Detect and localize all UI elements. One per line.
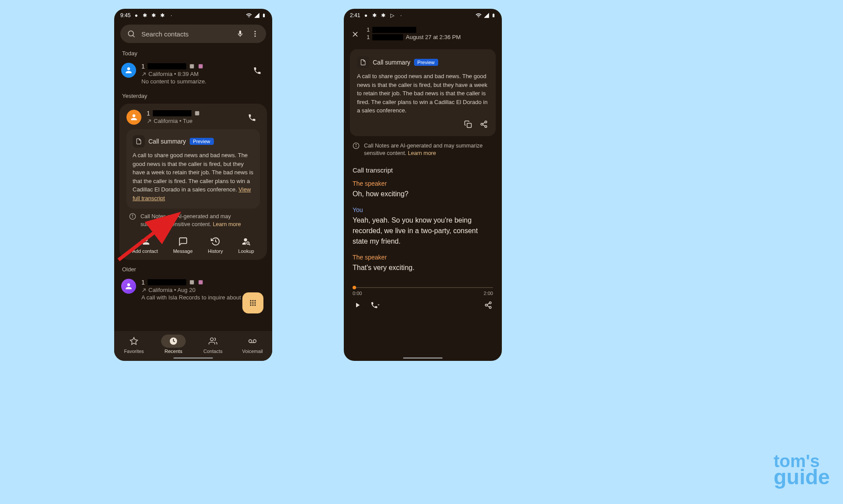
more-notifications-dot: ·	[168, 12, 174, 18]
speaker-label: The speaker	[353, 254, 493, 261]
home-indicator[interactable]	[403, 357, 443, 359]
progress-thumb[interactable]	[353, 286, 356, 289]
redacted-number	[148, 63, 186, 69]
info-icon	[129, 213, 136, 228]
call-meta: California • Aug 20	[148, 287, 195, 293]
number-prefix: 1	[147, 110, 150, 117]
ai-disclaimer: Call Notes are AI-generated and may summ…	[122, 209, 264, 233]
search-icon	[126, 29, 136, 39]
svg-rect-12	[198, 280, 202, 284]
search-placeholder: Search contacts	[141, 30, 230, 38]
svg-point-19	[250, 304, 251, 306]
learn-more-link[interactable]: Learn more	[408, 150, 436, 156]
svg-point-34	[481, 123, 483, 125]
app-icon-1: ✱	[371, 12, 378, 18]
number-prefix: 1	[141, 279, 145, 286]
signal-icon	[483, 12, 490, 18]
mic-icon[interactable]	[235, 29, 245, 39]
close-button[interactable]	[350, 29, 360, 40]
overflow-menu-icon[interactable]	[250, 29, 260, 39]
svg-line-37	[483, 122, 485, 123]
home-indicator[interactable]	[173, 357, 213, 359]
outgoing-call-icon	[141, 288, 147, 293]
call-row-yesterday[interactable]: 1 California • Tue	[122, 108, 264, 126]
share-button[interactable]	[479, 119, 489, 129]
progress-slider[interactable]	[353, 287, 493, 288]
call-button[interactable]	[249, 63, 265, 79]
play-button[interactable]	[353, 300, 362, 310]
nav-favorites[interactable]: Favorites	[122, 335, 146, 354]
svg-line-36	[483, 125, 485, 126]
watermark: tom's guide	[774, 454, 830, 486]
redacted-number	[153, 110, 191, 116]
svg-point-2	[255, 33, 256, 35]
svg-point-35	[485, 126, 487, 128]
svg-point-18	[254, 302, 256, 303]
svg-point-24	[210, 338, 213, 341]
svg-point-33	[485, 121, 487, 123]
history-button[interactable]: History	[208, 236, 223, 254]
speech-text: Oh, how exciting?	[353, 189, 493, 199]
svg-rect-32	[467, 123, 472, 127]
svg-point-43	[489, 306, 491, 309]
section-yesterday: Yesterday	[114, 88, 272, 102]
summary-text: A call to share good news and bad news. …	[133, 151, 254, 202]
call-summary-card: Call summary Preview A call to share goo…	[350, 49, 496, 136]
svg-point-20	[252, 304, 253, 306]
call-summary-short: No content to summarize.	[141, 78, 244, 85]
speech-text: Yeah, yeah. So you know you're being rec…	[353, 215, 493, 247]
svg-point-9	[132, 215, 133, 216]
preview-badge: Preview	[190, 138, 214, 145]
svg-rect-4	[190, 64, 194, 68]
lookup-button[interactable]: Lookup	[238, 236, 254, 254]
time-total: 2:00	[484, 291, 493, 296]
time-current: 0:00	[353, 291, 362, 296]
call-meta: California • 8:39 AM	[148, 71, 198, 77]
svg-point-17	[252, 302, 253, 303]
transcript-section: Call transcript The speakerOh, how excit…	[344, 163, 502, 284]
audio-player: 0:00 2:00	[344, 284, 502, 313]
call-row-today[interactable]: 1 California • 8:39 AM No content to sum…	[114, 59, 272, 88]
status-time: 9:45	[120, 12, 130, 18]
nav-voicemail[interactable]: Voicemail	[240, 335, 265, 354]
svg-marker-22	[130, 338, 138, 345]
call-button[interactable]	[244, 110, 260, 126]
expanded-call-card: 1 California • Tue Call summary Preview …	[119, 104, 267, 260]
message-button[interactable]: Message	[173, 236, 193, 254]
outgoing-call-icon	[141, 72, 147, 77]
svg-point-40	[356, 144, 356, 144]
add-contact-button[interactable]: Add contact	[132, 236, 158, 254]
learn-more-link[interactable]: Learn more	[213, 221, 241, 227]
preview-badge: Preview	[414, 59, 438, 66]
share-button[interactable]	[483, 300, 493, 310]
dialpad-fab[interactable]	[242, 292, 263, 313]
info-icon	[353, 142, 360, 158]
summary-title: Call summary	[373, 59, 411, 66]
speech-text: That's very exciting.	[353, 263, 493, 273]
nav-contacts[interactable]: Contacts	[201, 335, 225, 354]
message-icon	[178, 236, 188, 247]
ai-disclaimer: Call Notes are AI-generated and may summ…	[344, 140, 502, 163]
app-icon-2: ✱	[151, 12, 157, 18]
avatar-blue	[121, 63, 136, 78]
play-icon: ▷	[389, 12, 395, 18]
svg-rect-5	[198, 64, 202, 68]
status-bar: 2:41 ● ✱ ✱ ▷ ·	[344, 9, 502, 22]
copy-button[interactable]	[463, 119, 473, 129]
svg-point-26	[253, 340, 256, 343]
number-prefix: 1	[367, 26, 370, 33]
nav-recents[interactable]: Recents	[161, 335, 186, 354]
transcript-title: Call transcript	[353, 166, 493, 174]
audio-output-button[interactable]	[370, 300, 380, 310]
chat-notification-icon: ●	[363, 12, 369, 18]
outgoing-call-icon	[147, 119, 152, 124]
wifi-icon	[246, 12, 252, 18]
search-bar[interactable]: Search contacts	[120, 25, 266, 43]
call-meta: California • Tue	[154, 118, 192, 124]
summary-title: Call summary	[148, 138, 186, 145]
notes-chip-icon	[198, 279, 204, 285]
svg-point-13	[250, 300, 251, 301]
speaker-label: The speaker	[353, 180, 493, 187]
avatar-purple	[121, 279, 136, 294]
summary-icon	[357, 56, 369, 68]
